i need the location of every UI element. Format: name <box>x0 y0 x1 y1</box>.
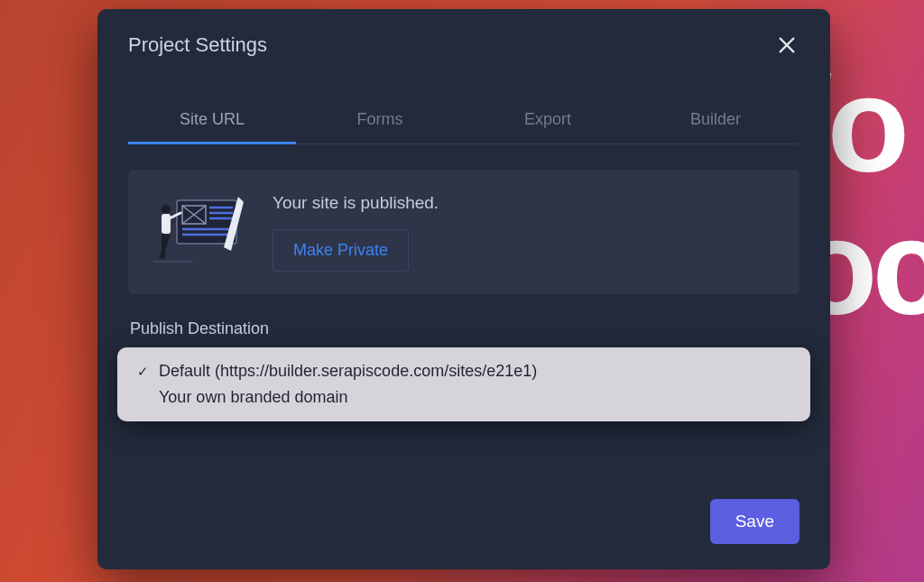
svg-point-12 <box>162 205 171 214</box>
tab-export[interactable]: Export <box>464 110 632 143</box>
publish-status-card: Your site is published. Make Private <box>128 170 799 294</box>
tab-site-url[interactable]: Site URL <box>128 110 296 143</box>
tab-forms[interactable]: Forms <box>296 110 464 143</box>
dropdown-option-label: Your own branded domain <box>159 388 348 407</box>
tab-label: Export <box>524 110 571 128</box>
status-content: Your site is published. Make Private <box>273 193 439 272</box>
status-illustration <box>153 191 244 273</box>
tab-label: Builder <box>690 110 741 128</box>
publish-destination-label: Publish Destination <box>130 319 799 338</box>
close-icon <box>777 35 797 55</box>
tab-label: Forms <box>357 110 403 128</box>
status-message: Your site is published. <box>273 193 439 213</box>
project-settings-modal: Project Settings Site URL Forms Export B… <box>97 9 830 569</box>
dropdown-option-branded-domain[interactable]: Your own branded domain <box>117 384 810 411</box>
tabs-bar: Site URL Forms Export Builder <box>128 110 799 144</box>
publish-destination-dropdown: ✓ Default (https://builder.serapiscode.c… <box>117 347 810 421</box>
make-private-button[interactable]: Make Private <box>273 229 409 272</box>
tab-label: Site URL <box>180 110 245 128</box>
dropdown-option-label: Default (https://builder.serapiscode.com… <box>159 362 537 381</box>
modal-header: Project Settings <box>97 9 830 67</box>
tab-builder[interactable]: Builder <box>632 110 799 143</box>
svg-rect-13 <box>162 214 171 234</box>
modal-title: Project Settings <box>128 33 267 57</box>
close-button[interactable] <box>774 32 799 58</box>
dropdown-option-default[interactable]: ✓ Default (https://builder.serapiscode.c… <box>117 358 810 384</box>
check-icon: ✓ <box>135 364 150 380</box>
save-button[interactable]: Save <box>710 499 799 544</box>
